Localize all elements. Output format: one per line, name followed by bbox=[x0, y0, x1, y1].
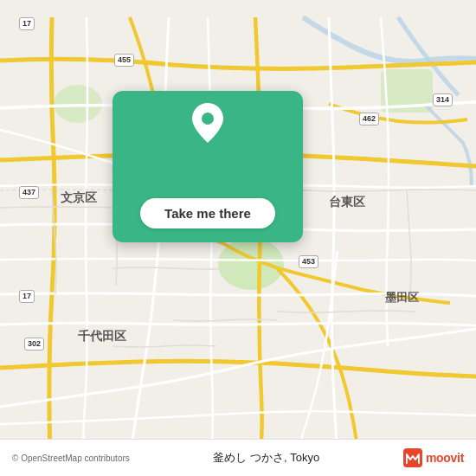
attribution-text: © OpenStreetMap contributors bbox=[12, 453, 130, 463]
map-container: 17 455 458 462 314 437 319 453 302 17 文京… bbox=[0, 0, 476, 476]
road-badge-17: 17 bbox=[19, 17, 35, 30]
road-badge-314: 314 bbox=[433, 93, 453, 106]
moovit-logo: moovit bbox=[403, 448, 464, 467]
place-name: 釜めし つかさ, Tokyo bbox=[130, 450, 403, 466]
svg-point-8 bbox=[202, 113, 214, 125]
road-badge-455: 455 bbox=[114, 54, 134, 67]
road-badge-437: 437 bbox=[19, 186, 39, 199]
moovit-brand-text: moovit bbox=[426, 451, 464, 465]
popup-card: Take me there bbox=[113, 91, 303, 242]
moovit-icon bbox=[403, 448, 422, 467]
pin-svg bbox=[189, 101, 227, 145]
road-badge-453: 453 bbox=[299, 255, 318, 268]
road-badge-302: 302 bbox=[24, 338, 44, 351]
road-badge-17b: 17 bbox=[19, 290, 35, 303]
take-me-there-button[interactable]: Take me there bbox=[140, 198, 275, 228]
road-badge-462: 462 bbox=[359, 113, 379, 125]
bottom-bar: © OpenStreetMap contributors 釜めし つかさ, To… bbox=[0, 439, 476, 476]
